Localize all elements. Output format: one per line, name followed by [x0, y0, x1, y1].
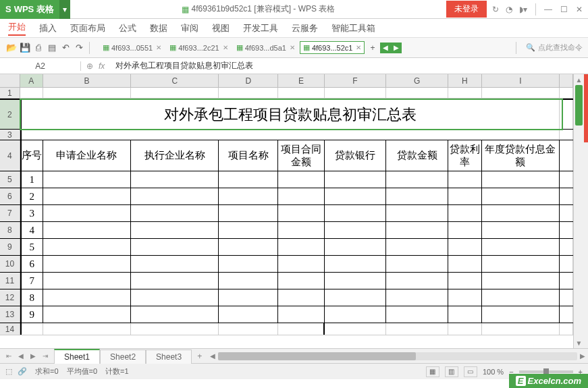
tab-add-icon[interactable]: + — [366, 43, 379, 53]
doc-tab-1[interactable]: ▦4f693...2c21✕ — [166, 41, 232, 54]
sheet-prev-icon[interactable]: ◀ — [15, 350, 27, 362]
hscroll-left-icon[interactable]: ◀ — [210, 352, 215, 360]
status-mode-icon[interactable]: ⬚ — [5, 367, 12, 376]
zoom-level[interactable]: 100 % — [483, 368, 504, 376]
redo-icon[interactable]: ↷ — [73, 42, 85, 54]
th-rate[interactable]: 贷款利率 — [448, 140, 482, 171]
th-interest[interactable]: 年度贷款付息金额 — [482, 140, 560, 171]
col-header-more[interactable] — [560, 74, 573, 87]
zoom-slider[interactable] — [519, 370, 573, 373]
command-search[interactable]: 🔍 点此查找命令 — [526, 43, 583, 53]
select-all-corner[interactable] — [0, 74, 20, 87]
sheet-add-icon[interactable]: + — [192, 352, 207, 361]
name-box[interactable]: A2 — [0, 61, 81, 71]
sheet-last-icon[interactable]: ⇥ — [39, 350, 51, 362]
undo-icon[interactable]: ↶ — [59, 42, 72, 54]
cloud-icon[interactable]: ◔ — [506, 5, 512, 14]
col-header-A[interactable]: A — [20, 74, 43, 87]
col-header-I[interactable]: I — [482, 74, 560, 87]
th-seq[interactable]: 序号 — [20, 140, 43, 171]
sheet-next-icon[interactable]: ▶ — [27, 350, 39, 362]
th-project[interactable]: 项目名称 — [219, 140, 278, 171]
formula-input[interactable]: 对外承包工程项目贷款贴息初审汇总表 — [110, 60, 588, 72]
col-header-C[interactable]: C — [131, 74, 219, 87]
title-cell[interactable]: 对外承包工程项目贷款贴息初审汇总表 — [20, 100, 560, 129]
menu-smart-tools[interactable]: 智能工具箱 — [331, 22, 375, 34]
view-normal-icon[interactable]: ▦ — [426, 366, 439, 377]
skin-icon[interactable]: ◗▾ — [519, 5, 527, 14]
column-headers: A B C D E F G H I — [0, 74, 573, 88]
tab-prev-icon[interactable]: ◀ — [380, 43, 391, 53]
hscroll-track[interactable] — [218, 352, 577, 360]
print-icon[interactable]: ⎙ — [32, 42, 45, 54]
row-header-2[interactable]: 2 — [0, 100, 20, 129]
sheet-first-icon[interactable]: ⇤ — [3, 350, 15, 362]
menu-start[interactable]: 开始 — [8, 21, 26, 36]
title-right-icons: ↻ ◔ ◗▾ — [492, 5, 533, 14]
col-header-F[interactable]: F — [325, 74, 387, 87]
view-break-icon[interactable]: ▭ — [464, 366, 477, 377]
th-bank[interactable]: 贷款银行 — [325, 140, 387, 171]
th-apply-co[interactable]: 申请企业名称 — [43, 140, 131, 171]
vertical-scrollbar[interactable]: ▲ ▼ — [573, 74, 584, 348]
th-contract-amt[interactable]: 项目合同金额 — [278, 140, 325, 171]
hscroll-thumb[interactable] — [218, 352, 416, 360]
sheet-tab-2[interactable]: Sheet2 — [100, 350, 146, 364]
menu-view[interactable]: 视图 — [212, 22, 230, 34]
formula-icons: ⊕ fx — [81, 61, 110, 71]
hscroll-right-icon[interactable]: ▶ — [580, 352, 585, 360]
col-header-D[interactable]: D — [219, 74, 278, 87]
login-button[interactable]: 未登录 — [446, 1, 487, 18]
doc-tab-3[interactable]: ▦4f693...52c1✕ — [300, 41, 365, 54]
menu-page-layout[interactable]: 页面布局 — [70, 22, 105, 34]
minimize-icon[interactable]: — — [544, 5, 552, 14]
menu-review[interactable]: 审阅 — [181, 22, 198, 34]
scroll-down-icon[interactable]: ▼ — [574, 337, 584, 348]
th-loan-amt[interactable]: 贷款金额 — [386, 140, 448, 171]
tab-close-icon[interactable]: ✕ — [156, 44, 161, 51]
col-header-E[interactable]: E — [278, 74, 325, 87]
maximize-icon[interactable]: ☐ — [560, 5, 568, 14]
scroll-up-icon[interactable]: ▲ — [574, 74, 584, 85]
vscroll-track[interactable] — [574, 85, 584, 337]
row-header-3[interactable]: 3 — [0, 130, 20, 140]
tab-close-icon[interactable]: ✕ — [356, 44, 361, 51]
row-13: 139 — [0, 306, 573, 323]
sheet-tab-1[interactable]: Sheet1 — [54, 349, 100, 364]
sheet-tab-3[interactable]: Sheet3 — [146, 350, 192, 364]
horizontal-scrollbar[interactable]: ◀ ▶ — [207, 352, 588, 360]
tab-close-icon[interactable]: ✕ — [223, 44, 228, 51]
row-header-4[interactable]: 4 — [0, 140, 20, 171]
col-header-H[interactable]: H — [448, 74, 482, 87]
view-page-icon[interactable]: ▥ — [445, 366, 458, 377]
tab-next-icon[interactable]: ▶ — [391, 43, 402, 53]
menu-data[interactable]: 数据 — [150, 22, 167, 34]
menu-insert[interactable]: 插入 — [39, 22, 57, 34]
print-preview-icon[interactable]: ▤ — [46, 42, 58, 54]
formula-help-icon[interactable]: ⊕ — [86, 61, 93, 71]
doc-tab-0[interactable]: ▦4f693...0551✕ — [99, 41, 165, 54]
row-header-1[interactable]: 1 — [0, 88, 20, 98]
sync-icon[interactable]: ↻ — [492, 5, 499, 14]
status-link-icon[interactable]: 🔗 — [18, 367, 27, 376]
app-menu-dropdown[interactable]: ▾ — [59, 0, 70, 19]
open-icon[interactable]: 📂 — [5, 42, 18, 54]
close-icon[interactable]: ✕ — [576, 5, 583, 14]
row-12: 128 — [0, 289, 573, 306]
col-header-G[interactable]: G — [386, 74, 448, 87]
menu-cloud[interactable]: 云服务 — [292, 22, 318, 34]
menu-formula[interactable]: 公式 — [119, 22, 136, 34]
tab-close-icon[interactable]: ✕ — [290, 44, 295, 51]
th-exec-co[interactable]: 执行企业名称 — [131, 140, 219, 171]
col-header-B[interactable]: B — [43, 74, 131, 87]
doc-tab-2[interactable]: ▦4f693...d5a1✕ — [233, 41, 298, 54]
spreadsheet-icon: ▦ — [236, 43, 243, 52]
row-1: 1 — [0, 88, 573, 99]
app-badge[interactable]: S WPS 表格 — [0, 0, 59, 19]
sheet-grid[interactable]: A B C D E F G H I 1 2 对外承包工程项目贷款贴息初审汇总表 … — [0, 74, 573, 348]
fx-icon[interactable]: fx — [99, 61, 105, 71]
status-avg: 平均值=0 — [67, 366, 98, 377]
menu-devtools[interactable]: 开发工具 — [243, 22, 278, 34]
save-icon[interactable]: 💾 — [19, 42, 31, 54]
vscroll-thumb[interactable] — [575, 85, 583, 126]
